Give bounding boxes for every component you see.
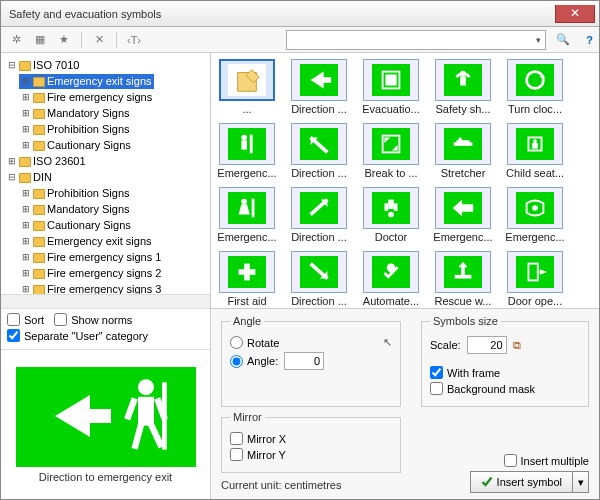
favorite-icon[interactable]: ★ <box>55 31 73 49</box>
symbol-item[interactable]: Emergenc... <box>433 187 493 243</box>
svg-rect-38 <box>394 203 398 210</box>
svg-point-36 <box>388 212 394 218</box>
insert-symbol-dropdown[interactable]: ▾ <box>573 471 589 493</box>
check-icon <box>481 476 493 488</box>
tree-node[interactable]: ⊞Fire emergency signs 1 <box>19 250 163 265</box>
measure-icon[interactable]: ⧉ <box>513 339 521 352</box>
symbol-item[interactable]: Break to ... <box>361 123 421 179</box>
symbol-label: Doctor <box>361 231 421 243</box>
search-button[interactable]: 🔍 <box>552 30 574 50</box>
symbol-label: Direction ... <box>289 167 349 179</box>
with-frame-checkbox[interactable]: With frame <box>430 366 500 379</box>
show-norms-checkbox[interactable]: Show norms <box>54 313 132 326</box>
symbol-item[interactable]: Emergenc... <box>217 123 277 179</box>
tree-node[interactable]: ⊞Emergency exit signs <box>19 234 154 249</box>
insert-symbol-button[interactable]: Insert symbol <box>470 471 573 493</box>
symbol-item[interactable]: Stretcher <box>433 123 493 179</box>
background-mask-checkbox[interactable]: Background mask <box>430 382 535 395</box>
symbol-label: Emergenc... <box>433 231 493 243</box>
svg-marker-24 <box>392 145 398 151</box>
tree-node[interactable]: ⊞Cautionary Signs <box>19 218 133 233</box>
mirror-x-checkbox[interactable]: Mirror X <box>230 432 286 445</box>
category-tree[interactable]: ⊟ISO 7010 ⊞Emergency exit signs ⊞Fire em… <box>1 53 210 294</box>
separate-user-checkbox[interactable]: Separate "User" category <box>7 329 148 342</box>
svg-rect-12 <box>385 74 396 85</box>
angle-input[interactable] <box>284 352 324 370</box>
tree-node-din[interactable]: ⊟DIN <box>5 170 54 185</box>
separator <box>81 32 82 48</box>
symbol-item[interactable]: Rescue w... <box>433 251 493 307</box>
scale-input[interactable] <box>467 336 507 354</box>
svg-point-15 <box>527 72 544 89</box>
svg-rect-30 <box>532 143 538 149</box>
controls-panel: Angle Rotate↖ Angle: Symbols size Scale:… <box>211 308 599 499</box>
svg-rect-3 <box>124 397 138 420</box>
help-icon[interactable]: ? <box>586 34 593 46</box>
svg-rect-27 <box>456 140 469 143</box>
tree-node-iso7010[interactable]: ISO 7010 <box>33 58 79 73</box>
symbol-item[interactable]: Child seat... <box>505 123 565 179</box>
tree-node[interactable]: ⊞Prohibition Signs <box>19 186 132 201</box>
tree-scrollbar[interactable] <box>1 294 210 308</box>
symbol-item[interactable]: Automate... <box>361 251 421 307</box>
mirror-y-checkbox[interactable]: Mirror Y <box>230 448 286 461</box>
tree-node[interactable]: ⊞Mandatory Signs <box>19 202 132 217</box>
svg-rect-48 <box>528 264 537 281</box>
size-legend: Symbols size <box>430 315 501 327</box>
symbol-item[interactable]: Direction ... <box>289 59 349 115</box>
rotate-radio[interactable]: Rotate <box>230 336 279 349</box>
svg-rect-14 <box>460 76 466 85</box>
tree-node[interactable]: ⊞Prohibition Signs <box>19 122 132 137</box>
symbol-item[interactable]: ... <box>217 59 277 115</box>
tree-node[interactable]: ⊞Mandatory Signs <box>19 106 132 121</box>
angle-radio[interactable]: Angle: <box>230 355 278 368</box>
symbol-item[interactable]: Direction ... <box>289 251 349 307</box>
chevron-down-icon: ▾ <box>536 35 541 45</box>
svg-rect-42 <box>239 269 256 275</box>
symbol-item[interactable]: Evacuatio... <box>361 59 421 115</box>
separator <box>116 32 117 48</box>
symbol-label: Break to ... <box>361 167 421 179</box>
tree-node-iso23601[interactable]: ⊞ISO 23601 <box>5 154 88 169</box>
symbol-label: Safety sh... <box>433 103 493 115</box>
symbol-item[interactable]: Door ope... <box>505 251 565 307</box>
svg-rect-7 <box>162 382 167 449</box>
symbol-item[interactable]: Emergenc... <box>217 187 277 243</box>
preview-caption: Direction to emergency exit <box>39 471 172 483</box>
symbol-label: Turn cloc... <box>505 103 565 115</box>
symbol-label: Direction ... <box>289 103 349 115</box>
folder-icon[interactable]: ▦ <box>31 31 49 49</box>
tree-node[interactable]: ⊞Fire emergency signs 2 <box>19 266 163 281</box>
tree-node[interactable]: ⊞Cautionary Signs <box>19 138 133 153</box>
search-dropdown[interactable]: ▾ <box>286 30 546 50</box>
svg-marker-10 <box>311 72 332 89</box>
tree-node[interactable]: ⊞Fire emergency signs 3 <box>19 282 163 294</box>
tree-node[interactable]: ⊞Fire emergency signs <box>19 90 154 105</box>
insert-multiple-checkbox[interactable]: Insert multiple <box>504 454 589 467</box>
close-button[interactable]: ✕ <box>555 5 595 23</box>
dialog-window: Safety and evacuation symbols ✕ ✲ ▦ ★ ✕ … <box>0 0 600 500</box>
symbol-label: Direction ... <box>289 295 349 307</box>
symbol-item[interactable]: Direction ... <box>289 187 349 243</box>
window-title: Safety and evacuation symbols <box>9 8 555 20</box>
text-width-icon[interactable]: ‹T› <box>125 31 143 49</box>
mirror-group: Mirror Mirror X Mirror Y <box>221 411 401 473</box>
svg-rect-5 <box>131 423 144 449</box>
svg-rect-19 <box>250 135 253 154</box>
sort-checkbox[interactable]: Sort <box>7 313 44 326</box>
delete-icon[interactable]: ✕ <box>90 31 108 49</box>
toolbar: ✲ ▦ ★ ✕ ‹T› ▾ 🔍 ? <box>1 27 599 53</box>
svg-marker-23 <box>384 137 390 143</box>
gear-icon[interactable]: ✲ <box>7 31 25 49</box>
symbol-item[interactable]: Direction ... <box>289 123 349 179</box>
symbol-item[interactable]: Turn cloc... <box>505 59 565 115</box>
tree-node-emergency-exit[interactable]: ⊞Emergency exit signs <box>19 74 154 89</box>
svg-rect-37 <box>384 203 388 210</box>
symbol-item[interactable]: Safety sh... <box>433 59 493 115</box>
svg-marker-47 <box>458 262 467 268</box>
symbol-label: Stretcher <box>433 167 493 179</box>
symbol-label: Rescue w... <box>433 295 493 307</box>
symbol-item[interactable]: First aid <box>217 251 277 307</box>
symbol-item[interactable]: Doctor <box>361 187 421 243</box>
symbol-item[interactable]: Emergenc... <box>505 187 565 243</box>
